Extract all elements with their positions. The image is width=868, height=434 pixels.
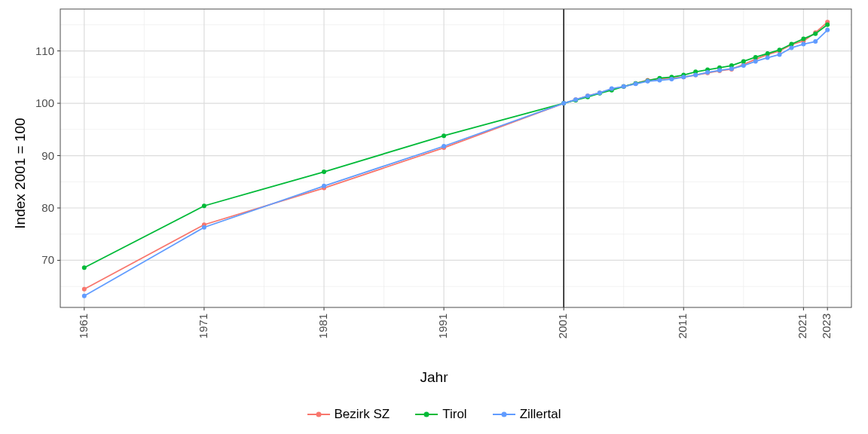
chart-container: Index 2001 = 100 70809010011019611971198… [0, 0, 868, 434]
svg-point-82 [322, 170, 326, 174]
legend-swatch-zillertal [493, 414, 515, 415]
svg-point-106 [825, 23, 830, 27]
svg-rect-0 [60, 9, 851, 307]
legend-item-zillertal: Zillertal [493, 407, 561, 422]
svg-point-100 [753, 55, 758, 60]
svg-text:70: 70 [41, 253, 54, 266]
svg-text:2021: 2021 [796, 313, 808, 338]
svg-text:110: 110 [35, 44, 54, 57]
svg-point-101 [766, 51, 770, 56]
svg-point-121 [681, 75, 686, 79]
svg-point-128 [766, 56, 770, 60]
svg-text:2001: 2001 [556, 313, 569, 338]
legend-swatch-bezirk-sz [307, 414, 330, 415]
svg-point-81 [202, 203, 206, 208]
svg-point-115 [610, 87, 614, 91]
svg-point-119 [657, 78, 662, 82]
svg-text:1961: 1961 [77, 313, 90, 338]
svg-point-118 [646, 79, 650, 84]
svg-text:1981: 1981 [316, 313, 329, 338]
svg-point-125 [729, 66, 734, 71]
legend-swatch-tirol [415, 414, 438, 415]
svg-text:1971: 1971 [197, 313, 209, 338]
svg-text:2023: 2023 [820, 313, 833, 338]
svg-point-110 [442, 144, 446, 148]
svg-point-111 [561, 101, 566, 105]
svg-point-120 [669, 77, 674, 81]
svg-point-124 [717, 68, 722, 72]
svg-text:2011: 2011 [676, 313, 689, 338]
legend-label-bezirk-sz: Bezirk SZ [335, 407, 390, 422]
svg-point-80 [82, 265, 87, 270]
legend-item-tirol: Tirol [415, 407, 466, 422]
legend: Bezirk SZ Tirol Zillertal [0, 407, 868, 422]
svg-text:80: 80 [41, 201, 54, 214]
svg-point-105 [813, 32, 818, 36]
svg-point-130 [789, 45, 793, 50]
svg-point-114 [598, 90, 602, 95]
svg-point-122 [693, 73, 698, 78]
legend-item-bezirk-sz: Bezirk SZ [307, 407, 390, 422]
svg-point-126 [741, 63, 746, 68]
svg-point-131 [801, 42, 805, 47]
svg-point-109 [322, 184, 326, 188]
svg-point-113 [585, 93, 590, 98]
svg-point-102 [778, 47, 782, 52]
svg-point-104 [801, 37, 805, 41]
svg-point-99 [741, 59, 746, 63]
chart-svg: 7080901001101961197119811991200120112021… [0, 0, 868, 354]
svg-point-123 [705, 70, 710, 75]
svg-point-129 [778, 52, 782, 57]
svg-point-112 [573, 97, 578, 102]
legend-label-tirol: Tirol [442, 407, 466, 422]
svg-point-132 [813, 39, 818, 44]
svg-text:100: 100 [35, 96, 54, 109]
svg-point-116 [622, 84, 626, 89]
svg-text:90: 90 [41, 149, 54, 162]
x-axis-title-text: Jahr [420, 369, 448, 385]
legend-label-zillertal: Zillertal [520, 407, 561, 422]
svg-text:1991: 1991 [436, 313, 449, 338]
svg-point-127 [753, 59, 758, 63]
svg-point-107 [82, 294, 87, 298]
svg-point-133 [825, 28, 830, 32]
x-axis-title: Jahr [0, 369, 868, 386]
svg-point-83 [442, 133, 446, 138]
svg-point-108 [202, 225, 206, 230]
svg-point-117 [634, 81, 638, 86]
svg-point-53 [82, 287, 87, 292]
